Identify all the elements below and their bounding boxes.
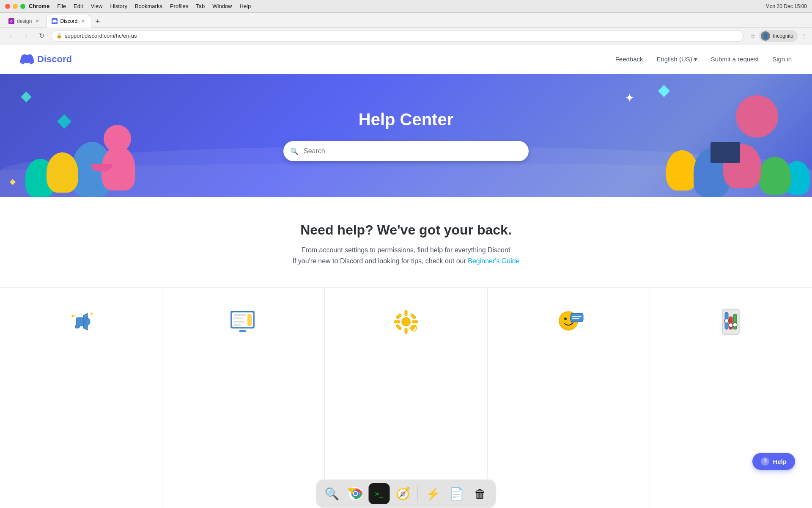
menu-tab[interactable]: Tab	[196, 3, 205, 9]
category-announcements[interactable]: ★ ★	[0, 288, 162, 508]
beginners-guide-link[interactable]: Beginner's Guide	[468, 257, 519, 265]
char-r-yellow	[666, 150, 698, 190]
browser-tab-bar: d design ✕ Discord ✕ +	[0, 13, 812, 28]
svg-point-22	[412, 327, 415, 329]
char-pink-head	[104, 125, 131, 152]
app-name: Chrome	[29, 3, 49, 9]
dock-item-terminal[interactable]: >_	[369, 483, 390, 504]
char-blue	[72, 142, 112, 197]
menu-profiles[interactable]: Profiles	[170, 3, 188, 9]
char-r-pink	[723, 144, 761, 188]
monitor-list-icon	[227, 305, 261, 339]
svg-rect-13	[405, 310, 407, 316]
svg-point-24	[564, 318, 567, 320]
svg-rect-10	[247, 314, 252, 326]
svg-point-12	[402, 318, 410, 326]
megaphone-icon: ★ ★	[64, 305, 98, 339]
tab-close-design[interactable]: ✕	[34, 18, 40, 24]
category-moderation[interactable]	[650, 288, 812, 508]
dock-item-zap[interactable]: ⚡	[422, 483, 444, 504]
char-sunglasses	[91, 164, 112, 171]
category-icon-settings	[389, 305, 423, 339]
menu-help[interactable]: Help	[240, 3, 251, 9]
discord-logo[interactable]: Discord	[20, 52, 72, 66]
address-bar[interactable]: 🔒 support.discord.com/hc/en-us	[51, 30, 743, 42]
tab-design[interactable]: d design ✕	[3, 15, 45, 28]
site-header: Discord Feedback English (US) ▾ Submit a…	[0, 44, 812, 74]
star-decoration: ✦	[625, 91, 634, 105]
dock-item-finder[interactable]: 🔍	[321, 483, 343, 504]
menu-bar: Chrome File Edit View History Bookmarks …	[29, 3, 251, 9]
moderation-icon	[714, 305, 748, 339]
help-widget[interactable]: ? Help	[752, 453, 795, 470]
submit-request-link[interactable]: Submit a request	[711, 55, 759, 63]
address-bar-actions: ☆ 👤 Incognito ⋮	[750, 30, 807, 42]
svg-point-38	[733, 323, 737, 327]
fullscreen-button[interactable]	[20, 4, 25, 9]
discord-logo-icon	[20, 52, 34, 66]
menu-edit[interactable]: Edit	[74, 3, 83, 9]
category-icon-moderation	[714, 305, 748, 339]
dock-item-safari[interactable]: 🧭	[392, 483, 414, 504]
svg-rect-9	[233, 324, 241, 326]
svg-point-36	[724, 319, 729, 323]
tab-list: d design ✕ Discord ✕ +	[3, 13, 103, 28]
char-r-teal	[785, 161, 810, 195]
incognito-avatar: 👤	[761, 31, 770, 41]
new-tab-button[interactable]: +	[92, 17, 103, 28]
lock-icon: 🔒	[56, 33, 62, 39]
header-nav: Feedback English (US) ▾ Submit a request…	[615, 55, 792, 63]
tab-discord[interactable]: Discord ✕	[46, 15, 91, 28]
hero-decoration: ✦	[0, 74, 812, 197]
language-label: English (US)	[657, 55, 692, 63]
monitor	[710, 142, 740, 163]
close-button[interactable]	[5, 4, 10, 9]
help-title: Need help? We've got your back.	[0, 222, 812, 238]
dock-item-file[interactable]: 📄	[446, 483, 467, 504]
svg-rect-6	[233, 314, 246, 316]
sign-in-link[interactable]: Sign in	[772, 55, 792, 63]
char-r-monster-head	[736, 95, 778, 138]
feedback-link[interactable]: Feedback	[615, 55, 643, 63]
dock-item-trash[interactable]: 🗑	[470, 483, 491, 504]
search-input[interactable]	[283, 141, 529, 161]
menu-bookmarks[interactable]: Bookmarks	[135, 3, 162, 9]
community-icon	[551, 305, 585, 339]
page-content: Discord Feedback English (US) ▾ Submit a…	[0, 44, 812, 508]
category-settings[interactable]	[325, 288, 487, 508]
traffic-lights[interactable]	[5, 4, 25, 9]
minimize-button[interactable]	[13, 4, 18, 9]
back-button[interactable]: ‹	[5, 30, 17, 42]
tab-label-discord: Discord	[60, 18, 77, 24]
svg-rect-15	[394, 320, 400, 323]
category-community[interactable]	[488, 288, 650, 508]
address-text: support.discord.com/hc/en-us	[65, 33, 738, 39]
svg-rect-26	[571, 313, 583, 322]
help-widget-icon: ?	[761, 457, 769, 466]
forward-button[interactable]: ›	[20, 30, 32, 42]
menu-history[interactable]: History	[110, 3, 127, 9]
svg-rect-11	[239, 330, 246, 332]
menu-file[interactable]: File	[57, 3, 66, 9]
category-getting-started[interactable]	[162, 288, 325, 508]
svg-text:★: ★	[90, 312, 93, 316]
language-button[interactable]: English (US) ▾	[657, 55, 697, 63]
svg-rect-7	[233, 318, 243, 319]
gear-icon	[389, 305, 423, 339]
category-icon-announcements: ★ ★	[64, 305, 98, 339]
incognito-button[interactable]: 👤 Incognito	[759, 30, 798, 42]
browser-menu-button[interactable]: ⋮	[801, 33, 807, 39]
menu-window[interactable]: Window	[212, 3, 232, 9]
refresh-button[interactable]: ↻	[36, 30, 47, 42]
dock-item-chrome[interactable]	[345, 483, 366, 504]
char-r-green	[759, 157, 791, 195]
bookmark-button[interactable]: ☆	[750, 33, 756, 39]
menu-view[interactable]: View	[91, 3, 102, 9]
char-teal	[25, 159, 55, 197]
char-yellow	[47, 152, 78, 193]
svg-point-37	[729, 323, 733, 327]
tab-close-discord[interactable]: ✕	[80, 18, 86, 24]
help-subtitle: From account settings to permissions, fi…	[0, 245, 812, 266]
mac-dock: 🔍 >_ 🧭 ⚡ 📄 🗑	[316, 479, 497, 508]
svg-rect-18	[410, 313, 416, 319]
